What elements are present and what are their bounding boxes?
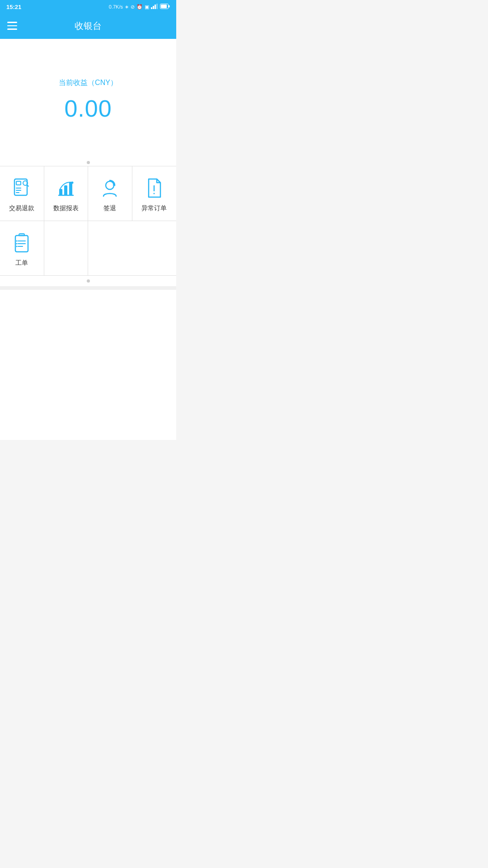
refund-label: 交易退款: [9, 204, 34, 212]
chart-icon: [54, 176, 78, 200]
status-bar: 15:21 0.7K/s ∗ ⊘ ⏰ ▣: [0, 0, 176, 13]
grid-menu: 交易退款 数据报表 签: [0, 166, 176, 276]
page-title: 收银台: [75, 20, 102, 32]
sim-icon: ▣: [145, 4, 149, 10]
svg-point-22: [154, 193, 155, 194]
svg-rect-5: [161, 5, 167, 8]
revenue-label: 当前收益（CNY）: [59, 78, 117, 88]
signal-icon: [151, 4, 158, 10]
svg-rect-17: [69, 182, 72, 195]
doc-alert-icon: [142, 176, 166, 200]
revenue-amount: 0.00: [64, 95, 112, 122]
svg-point-28: [16, 241, 18, 242]
svg-point-18: [71, 182, 73, 184]
empty-content-area: [0, 286, 176, 440]
abnormal-label: 异常订单: [141, 204, 167, 212]
report-label: 数据报表: [53, 204, 79, 212]
grid-row-2: 工单: [0, 221, 176, 276]
page-dot-indicator: [0, 156, 176, 166]
clipboard-icon: [10, 231, 33, 255]
person-check-icon: [98, 176, 122, 200]
svg-point-29: [16, 243, 18, 245]
svg-rect-8: [16, 181, 21, 185]
svg-rect-24: [19, 234, 24, 236]
bottom-dot: [87, 279, 90, 283]
status-time: 15:21: [6, 4, 21, 10]
svg-rect-2: [155, 5, 156, 9]
svg-rect-6: [169, 5, 170, 8]
svg-rect-0: [151, 7, 152, 9]
grid-item-empty-3: [132, 221, 177, 275]
grid-item-workorder[interactable]: 工单: [0, 221, 44, 275]
no-disturb-icon: ⊘: [131, 4, 135, 10]
bottom-dot-indicator: [0, 276, 176, 286]
grid-item-refund[interactable]: 交易退款: [0, 166, 44, 221]
network-speed: 0.7K/s: [109, 4, 123, 9]
bluetooth-icon: ∗: [125, 4, 129, 10]
svg-rect-1: [153, 6, 154, 9]
workorder-label: 工单: [15, 259, 28, 267]
grid-item-empty-2: [88, 221, 132, 275]
receipt-icon: [10, 176, 33, 200]
status-icons: 0.7K/s ∗ ⊘ ⏰ ▣: [109, 4, 170, 10]
dot-active: [87, 161, 90, 164]
app-bar: 收银台: [0, 13, 176, 39]
svg-rect-16: [64, 185, 67, 195]
svg-point-30: [16, 246, 18, 247]
menu-button[interactable]: [7, 22, 17, 30]
svg-rect-3: [156, 4, 158, 9]
grid-item-checkout[interactable]: 签退: [88, 166, 132, 221]
grid-row-1: 交易退款 数据报表 签: [0, 166, 176, 221]
battery-icon: [160, 4, 170, 10]
alarm-icon: ⏰: [136, 4, 143, 10]
grid-item-abnormal[interactable]: 异常订单: [132, 166, 177, 221]
grid-item-empty-1: [44, 221, 89, 275]
grid-item-report[interactable]: 数据报表: [44, 166, 89, 221]
checkout-label: 签退: [103, 204, 116, 212]
revenue-section: 当前收益（CNY） 0.00: [0, 39, 176, 156]
